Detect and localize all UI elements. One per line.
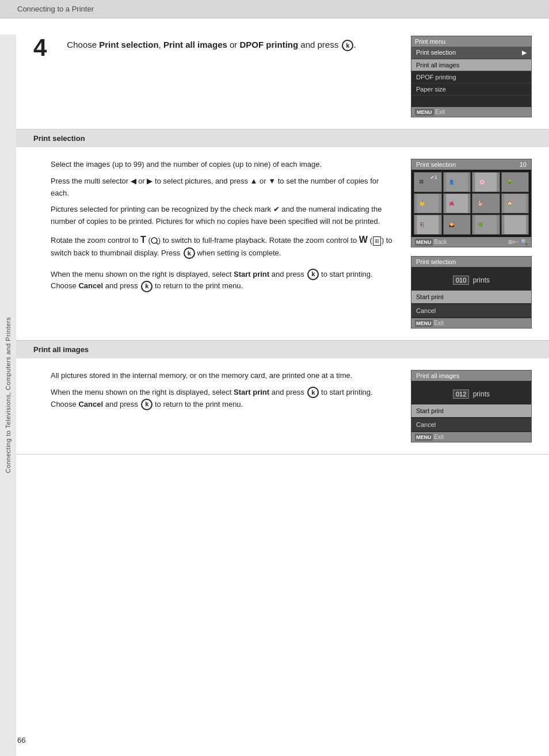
svg-text:👶: 👶: [420, 201, 425, 206]
thumb-1: 🖼✔1: [414, 172, 442, 192]
svg-text:🌳: 🌳: [507, 180, 513, 185]
thumb-6: 🌺: [443, 193, 471, 213]
step-4-section: 4 Choose Print selection, Print all imag…: [16, 18, 549, 129]
menu-item-print-selection: Print selection ▶: [411, 47, 531, 59]
page-number: 66: [17, 736, 25, 744]
print-all-footer: MENU Exit: [411, 432, 531, 442]
ok-inline-3: k: [141, 281, 152, 292]
thumb-11: 🌿: [472, 215, 500, 235]
header-title: Connecting to a Printer: [17, 5, 94, 13]
thumbnail-screen: Print selection 10 🖼✔1 👤 🌸: [411, 159, 532, 247]
svg-line-1: [157, 243, 158, 245]
print-selection-text: Select the images (up to 99) and the num…: [51, 159, 394, 297]
print-all-label: Print all images: [163, 40, 227, 49]
svg-text:🌿: 🌿: [478, 222, 483, 227]
thumb-2: 👤: [443, 172, 471, 192]
thumb-7: 🐕: [472, 193, 500, 213]
svg-text:🌺: 🌺: [449, 201, 455, 206]
thumb-10: 🌄: [443, 215, 471, 235]
confirm-count: 010 prints: [411, 267, 531, 289]
ok-button-symbol: k: [342, 40, 353, 51]
screen-title: Print menu: [411, 36, 531, 47]
print-all-body: All pictures stored in the internal memo…: [16, 358, 549, 454]
confirm-start-print: Start print: [411, 291, 531, 303]
ok-inline-2: k: [307, 269, 319, 280]
print-all-start: Start print: [411, 404, 531, 417]
thumb-4: 🌳: [501, 172, 529, 192]
ok-inline-5: k: [141, 399, 152, 410]
print-all-subsection: Print all images All pictures stored in …: [16, 341, 549, 455]
dpof-printing-label: DPOF printing: [240, 40, 299, 49]
thumb-5: 👶: [414, 193, 442, 213]
confirm-footer: MENU Exit: [411, 318, 531, 328]
svg-text:🌄: 🌄: [449, 222, 455, 227]
thumb-12: [501, 215, 529, 235]
thumbnail-grid: 🖼✔1 👤 🌸 🌳 👶: [411, 170, 531, 237]
print-selection-header: Print selection: [16, 129, 549, 147]
screen-footer: MENU Exit: [411, 107, 531, 117]
step-number: 4: [33, 36, 47, 60]
menu-item-paper-size: Paper size: [411, 83, 531, 96]
print-all-confirm-title: Print all images: [411, 371, 531, 381]
svg-rect-7: [475, 173, 497, 192]
print-all-text: All pictures stored in the internal memo…: [51, 370, 394, 415]
svg-text:✔1: ✔1: [430, 174, 437, 180]
main-content: 4 Choose Print selection, Print all imag…: [16, 18, 549, 455]
svg-rect-25: [504, 215, 526, 234]
ok-inline-4: k: [307, 387, 319, 398]
svg-text:🌸: 🌸: [479, 180, 485, 185]
print-selection-confirm-screen: Print selection 010 prints Start print C…: [411, 256, 532, 329]
print-all-confirm-screen: Print all images 012 prints Start print …: [411, 370, 532, 442]
svg-text:👤: 👤: [449, 180, 455, 185]
step-description: Choose Print selection, Print all images…: [67, 36, 394, 52]
print-selection-screens: Print selection 10 🖼✔1 👤 🌸: [411, 159, 532, 329]
sidebar: Connecting to Televisions, Computers and…: [0, 35, 16, 756]
svg-text:🖼: 🖼: [420, 180, 424, 185]
page-header: Connecting to a Printer: [0, 0, 549, 18]
thumb-9: 👫: [414, 215, 442, 235]
thumb-screen-footer: MENU Back ⊞+− 🔍: [411, 237, 531, 247]
confirm-screen-title: Print selection: [411, 257, 531, 267]
thumb-3: 🌸: [472, 172, 500, 192]
print-all-count: 012 prints: [411, 381, 531, 403]
menu-item-print-all: Print all images: [411, 59, 531, 71]
print-all-screens: Print all images 012 prints Start print …: [411, 370, 532, 442]
ok-symbol-inline: k: [184, 247, 195, 259]
print-all-cancel: Cancel: [411, 418, 531, 431]
thumb-8: 🏠: [501, 193, 529, 213]
sidebar-label: Connecting to Televisions, Computers and…: [5, 317, 12, 473]
menu-item-dpof: DPOF printing: [411, 71, 531, 83]
svg-text:👫: 👫: [420, 222, 425, 227]
confirm-cancel: Cancel: [411, 304, 531, 317]
print-selection-body: Select the images (up to 99) and the num…: [16, 147, 549, 340]
svg-text:🏠: 🏠: [507, 201, 513, 206]
print-all-header: Print all images: [16, 341, 549, 358]
svg-point-0: [151, 238, 157, 243]
thumb-screen-title: Print selection 10: [411, 159, 531, 170]
print-selection-subsection: Print selection Select the images (up to…: [16, 129, 549, 341]
print-menu-screen: Print menu Print selection ▶ Print all i…: [411, 36, 532, 117]
print-selection-label: Print selection: [99, 40, 158, 49]
svg-text:🐕: 🐕: [478, 201, 483, 206]
